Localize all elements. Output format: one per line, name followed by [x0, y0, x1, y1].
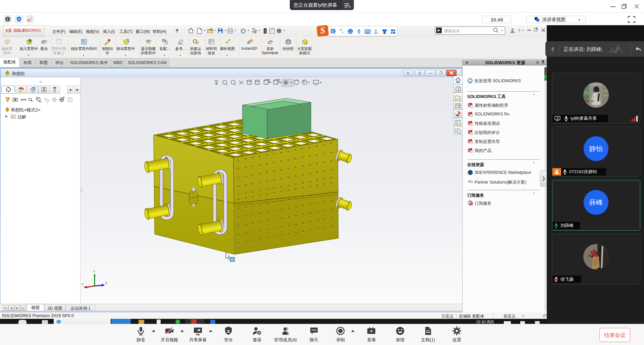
svg-text:Y: Y: [93, 270, 95, 273]
svg-text:X: X: [82, 283, 84, 286]
svg-text:S: S: [469, 122, 470, 125]
svg-text:S: S: [469, 113, 470, 115]
svg-text:S: S: [469, 140, 470, 143]
svg-text:Z: Z: [105, 281, 107, 285]
svg-text:S: S: [471, 203, 472, 205]
svg-text:S: S: [469, 131, 470, 134]
svg-text:A: A: [12, 116, 13, 118]
svg-text:S: S: [469, 149, 470, 152]
svg-text:S: S: [469, 104, 470, 106]
